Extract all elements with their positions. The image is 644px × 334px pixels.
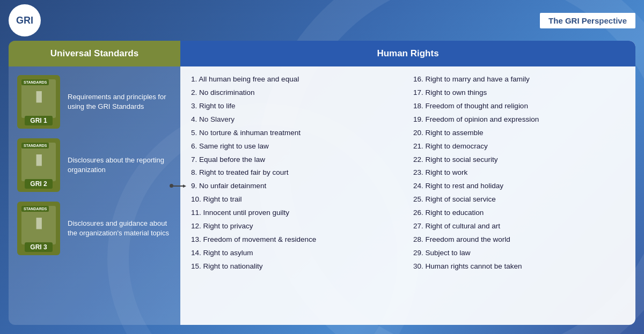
book-icon-1: ▮	[35, 87, 43, 105]
gri3-label: GRI 3	[25, 242, 52, 252]
rights-right-column: 16. Right to marry and have a family17. …	[413, 74, 625, 317]
book-icon-3: ▮	[35, 213, 43, 231]
top-bar: GRI The GRI Perspective	[0, 0, 644, 41]
connector-arrow: ►	[170, 183, 187, 189]
rights-item-right-27: 27. Right of cultural and art	[413, 221, 625, 232]
rights-item-right-25: 25. Right of social service	[413, 194, 625, 205]
book-icon-2: ▮	[35, 150, 43, 168]
standards-badge-2: STANDARDS	[21, 143, 49, 149]
rights-item-left-9: 9. No unfair detainment	[191, 181, 402, 192]
rights-item-right-17: 17. Right to own things	[413, 87, 625, 99]
right-panel-header: Human Rights	[180, 41, 635, 66]
rights-item-right-20: 20. Right to assemble	[413, 128, 625, 139]
rights-item-left-8: 8. Right to treated fair by court	[191, 167, 402, 179]
gri2-book: STANDARDS ▮ GRI 2	[17, 138, 60, 192]
rights-item-right-24: 24. Right to rest and holiday	[413, 181, 625, 192]
standards-badge-1: STANDARDS	[21, 79, 49, 85]
gri2-text: Disclosures about the reporting organiza…	[68, 155, 172, 175]
rights-item-left-4: 4. No Slavery	[191, 114, 402, 125]
gri1-card: STANDARDS ▮ GRI 1 Requirements and princ…	[17, 75, 172, 129]
rights-item-right-30: 30. Human rights cannot be taken	[413, 261, 625, 272]
left-panel: Universal Standards STANDARDS ▮ GRI 1 Re…	[9, 41, 180, 325]
universal-standards-title: Universal Standards	[17, 48, 172, 59]
left-panel-header: Universal Standards	[9, 41, 180, 66]
rights-item-left-10: 10. Right to trail	[191, 194, 402, 205]
rights-item-left-14: 14. Right to asylum	[191, 248, 402, 259]
main-content: Universal Standards STANDARDS ▮ GRI 1 Re…	[9, 41, 635, 325]
rights-item-right-19: 19. Freedom of opinion and expression	[413, 114, 625, 125]
rights-item-left-7: 7. Equal before the law	[191, 154, 402, 166]
gri3-text: Disclosures and guidance about the organ…	[68, 219, 172, 238]
rights-item-left-1: 1. All human being free and equal	[191, 74, 402, 85]
gri1-book: STANDARDS ▮ GRI 1	[17, 75, 60, 129]
rights-item-left-2: 2. No discrimination	[191, 87, 402, 99]
rights-item-right-26: 26. Right to education	[413, 207, 625, 219]
rights-item-right-18: 18. Freedom of thought and religion	[413, 101, 625, 112]
human-rights-title: Human Rights	[189, 48, 627, 59]
gri1-text: Requirements and principles for using th…	[68, 92, 172, 112]
gri3-card: STANDARDS ▮ GRI 3 Disclosures and guidan…	[17, 202, 172, 255]
rights-item-left-5: 5. No torture & inhuman treatment	[191, 128, 402, 139]
gri2-card: STANDARDS ▮ GRI 2 Disclosures about the …	[17, 138, 172, 192]
rights-item-left-11: 11. Innocent until proven guilty	[191, 207, 402, 219]
gri3-book: STANDARDS ▮ GRI 3	[17, 202, 60, 255]
rights-item-left-15: 15. Right to nationality	[191, 261, 402, 272]
gri1-label: GRI 1	[25, 116, 52, 125]
rights-item-right-21: 21. Right to democracy	[413, 141, 625, 152]
rights-item-right-29: 29. Subject to law	[413, 248, 625, 259]
rights-item-left-3: 3. Right to life	[191, 101, 402, 112]
right-panel: Human Rights 1. All human being free and…	[180, 41, 635, 325]
rights-item-right-28: 28. Freedom around the world	[413, 234, 625, 246]
rights-item-right-16: 16. Right to marry and have a family	[413, 74, 625, 85]
gri2-label: GRI 2	[25, 179, 52, 189]
perspective-label: The GRI Perspective	[540, 13, 635, 28]
rights-item-right-22: 22. Right to social security	[413, 154, 625, 166]
rights-item-right-23: 23. Right to work	[413, 167, 625, 179]
rights-left-column: 1. All human being free and equal2. No d…	[191, 74, 402, 317]
left-panel-body: STANDARDS ▮ GRI 1 Requirements and princ…	[9, 66, 180, 325]
gri-logo: GRI	[9, 4, 41, 36]
rights-item-left-12: 12. Right to privacy	[191, 221, 402, 232]
rights-item-left-13: 13. Freedom of movement & residence	[191, 234, 402, 246]
standards-badge-3: STANDARDS	[21, 206, 49, 212]
rights-item-left-6: 6. Same right to use law	[191, 141, 402, 152]
right-panel-body: 1. All human being free and equal2. No d…	[180, 66, 635, 325]
